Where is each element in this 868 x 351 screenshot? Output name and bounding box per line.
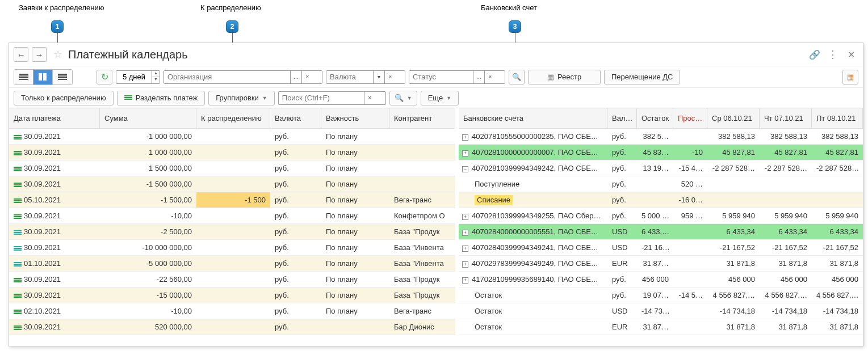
find-button[interactable]: 🔍 ▼ xyxy=(389,91,417,105)
favorite-star-icon[interactable]: ☆ xyxy=(53,48,62,61)
table-row[interactable]: 30.09.2021-15 000,00руб.По плануБаза "Пр… xyxy=(9,287,455,303)
col-date[interactable]: Дата платежа xyxy=(9,108,100,129)
table-row[interactable]: 30.09.2021-1 500 000,00руб.По плану xyxy=(9,176,455,192)
more-menu-icon[interactable]: ⋮ xyxy=(825,47,840,62)
row-type-icon xyxy=(14,134,22,140)
table-row[interactable]: ОстатокEUR31 87…31 871,831 871,831 871,8 xyxy=(459,319,863,335)
expander-icon[interactable]: − xyxy=(462,166,468,172)
more-actions-label: Еще xyxy=(428,94,443,102)
table-row[interactable]: +40702978399994349249, ПАО СБЕ…EUR31 87…… xyxy=(459,256,863,272)
groupings-button[interactable]: Группировки ▼ xyxy=(208,91,274,105)
row-type-icon xyxy=(14,293,22,299)
search-tool-button[interactable]: 🔍 xyxy=(509,70,525,84)
currency-dropdown-icon[interactable]: ▾ xyxy=(373,71,384,83)
view-mode-3[interactable] xyxy=(53,70,72,84)
row-type-icon xyxy=(14,166,22,172)
calendar-tool-button[interactable]: ▦ xyxy=(842,70,858,84)
table-row[interactable]: Остатокруб.19 07…-14 5…4 556 827,…4 556 … xyxy=(459,287,863,303)
table-row[interactable]: 02.10.2021-10,00руб.По плануВега-транс xyxy=(9,303,455,319)
refresh-button[interactable]: ↻ xyxy=(97,70,112,84)
table-row[interactable]: +40207810555000000235, ПАО СБЕ…руб.382 5… xyxy=(459,129,863,145)
split-payment-button[interactable]: Разделять платеж xyxy=(117,91,206,105)
col-account[interactable]: Банковские счета xyxy=(459,108,607,129)
currency-clear-icon[interactable]: × xyxy=(384,71,396,83)
table-row[interactable]: +40702810000000000007, ПАО СБЕ…руб.45 83… xyxy=(459,145,863,160)
view-mode-1[interactable] xyxy=(14,70,33,84)
row-type-icon xyxy=(14,261,22,267)
row-type-icon xyxy=(14,214,22,219)
table-row[interactable]: +40702810399994349255, ПАО Сбер…руб.5 00… xyxy=(459,208,863,224)
table-row[interactable]: ОстатокUSD-14 73…-14 734,18-14 734,18-14… xyxy=(459,303,863,319)
row-type-icon xyxy=(14,277,22,283)
days-down-icon[interactable]: ▼ xyxy=(152,77,160,83)
expander-icon[interactable]: + xyxy=(462,246,468,252)
table-row[interactable]: 30.09.20211 000 000,00руб.По плану xyxy=(9,145,455,160)
expander-icon[interactable]: + xyxy=(462,134,468,141)
col-d2[interactable]: Чт 07.10.21 xyxy=(760,108,812,129)
table-row[interactable]: 30.09.2021-22 560,00руб.По плануБаза "Пр… xyxy=(9,272,455,287)
app-window: ← → ☆ Платежный календарь 🔗 ⋮ ✕ ↻ ▲▼ xyxy=(9,43,863,346)
expander-icon[interactable]: + xyxy=(462,277,468,284)
organization-ellipsis-icon[interactable]: … xyxy=(290,71,301,83)
link-icon[interactable]: 🔗 xyxy=(807,47,822,62)
nav-back-button[interactable]: ← xyxy=(14,47,28,62)
callout-label-2: К распределению xyxy=(200,3,261,12)
organization-input[interactable] xyxy=(164,71,290,83)
view-mode-2[interactable] xyxy=(33,70,53,84)
expander-icon[interactable]: + xyxy=(462,150,468,157)
more-actions-button[interactable]: Еще ▼ xyxy=(421,91,459,105)
grid-icon: ▦ xyxy=(547,73,554,81)
table-row[interactable]: 30.09.2021-10 000 000,00руб.По плануБаза… xyxy=(9,240,455,256)
col-d3[interactable]: Пт 08.10.21 xyxy=(812,108,863,129)
expander-icon[interactable]: + xyxy=(462,261,468,268)
table-row[interactable]: 05.10.2021-1 500,00-1 500руб.По плануВег… xyxy=(9,192,455,208)
status-clear-icon[interactable]: × xyxy=(484,71,496,83)
only-distribution-button[interactable]: Только к распределению xyxy=(14,91,114,105)
move-funds-label: Перемещение ДС xyxy=(611,73,673,81)
search-icon: 🔍 xyxy=(395,94,404,102)
search-clear-icon[interactable]: × xyxy=(364,92,375,104)
status-ellipsis-icon[interactable]: … xyxy=(473,71,484,83)
close-icon[interactable]: ✕ xyxy=(844,47,858,62)
days-input[interactable] xyxy=(116,71,152,83)
days-up-icon[interactable]: ▲ xyxy=(152,71,160,77)
registry-button[interactable]: ▦ Реестр xyxy=(528,70,601,84)
col-curr[interactable]: Валюта xyxy=(270,108,321,129)
status-input[interactable] xyxy=(409,71,473,83)
table-row[interactable]: 30.09.2021-2 500,00руб.По плануБаза "Про… xyxy=(9,224,455,240)
payments-grid[interactable]: Дата платежа Сумма К распределению Валют… xyxy=(9,108,455,335)
col-balance[interactable]: Остаток xyxy=(637,108,673,129)
nav-forward-button[interactable]: → xyxy=(32,47,47,62)
currency-combo[interactable]: ▾ × xyxy=(326,70,405,84)
table-row[interactable]: −40702810399994349242, ПАО СБЕ…руб.13 19… xyxy=(459,160,863,176)
table-row[interactable]: 30.09.2021-1 000 000,00руб.По плану xyxy=(9,129,455,145)
search-input[interactable] xyxy=(279,92,364,104)
table-row[interactable]: +40702840399994349241, ПАО СБЕ…USD-21 16… xyxy=(459,240,863,256)
table-row[interactable]: 30.09.2021520 000,00руб.Бар Дионис xyxy=(9,319,455,335)
days-spinner[interactable]: ▲▼ xyxy=(116,70,160,84)
expander-icon[interactable]: + xyxy=(462,230,468,236)
table-row[interactable]: 30.09.2021-10,00руб.По плануКонфетпром О xyxy=(9,208,455,224)
table-row[interactable]: +41702810999935689140, ПАО СБЕ…руб.456 0… xyxy=(459,272,863,287)
status-combo[interactable]: … × xyxy=(409,70,505,84)
expander-icon[interactable]: + xyxy=(462,214,468,220)
col-importance[interactable]: Важность xyxy=(321,108,389,129)
table-row[interactable]: +40702840000000005551, ПАО СБЕ…USD6 433,… xyxy=(459,224,863,240)
accounts-grid[interactable]: Банковские счета Вал… Остаток Прос… Ср 0… xyxy=(459,108,863,335)
organization-clear-icon[interactable]: × xyxy=(301,71,313,83)
col-dist[interactable]: К распределению xyxy=(196,108,270,129)
organization-combo[interactable]: … × xyxy=(163,70,322,84)
page-title: Платежный календарь xyxy=(68,48,188,61)
table-row[interactable]: Списаниеруб.-16 0… xyxy=(459,192,863,208)
table-row[interactable]: 30.09.20211 500 000,00руб.По плану xyxy=(9,160,455,176)
table-row[interactable]: Поступлениеруб.520 … xyxy=(459,176,863,192)
move-funds-button[interactable]: Перемещение ДС xyxy=(604,70,680,84)
search-combo[interactable]: × xyxy=(278,91,386,105)
col-counterparty[interactable]: Контрагент xyxy=(389,108,455,129)
col-rcurr[interactable]: Вал… xyxy=(607,108,637,129)
table-row[interactable]: 01.10.2021-5 000 000,00руб.По плануБаза … xyxy=(9,256,455,272)
col-overdue[interactable]: Прос… xyxy=(673,108,707,129)
currency-input[interactable] xyxy=(326,71,373,83)
col-d1[interactable]: Ср 06.10.21 xyxy=(707,108,760,129)
col-sum[interactable]: Сумма xyxy=(100,108,196,129)
